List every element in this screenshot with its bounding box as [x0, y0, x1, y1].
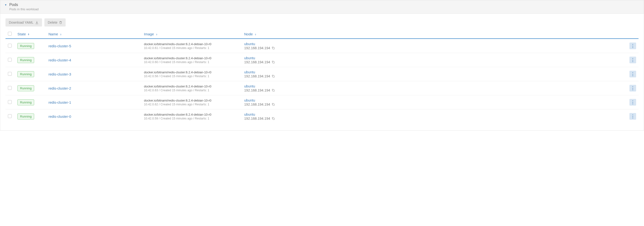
svg-rect-0 [273, 48, 274, 49]
pod-image: docker.io/bitnami/redis-cluster:6.2.4-de… [144, 56, 240, 60]
copy-icon[interactable] [272, 46, 275, 50]
sort-icon: ▲▼ [28, 34, 30, 36]
svg-rect-3 [273, 90, 274, 92]
row-checkbox[interactable] [8, 44, 12, 48]
download-yaml-label: Download YAML [9, 21, 34, 24]
table-row: Running redis-cluster-2 docker.io/bitnam… [6, 81, 638, 95]
state-badge: Running [18, 99, 34, 105]
row-checkbox[interactable] [8, 100, 12, 104]
delete-button[interactable]: Delete [44, 19, 66, 27]
pod-meta: 10.42.0.63 / Created 15 minutes ago / Re… [144, 89, 240, 92]
pod-image: docker.io/bitnami/redis-cluster:6.2.4-de… [144, 99, 240, 102]
row-actions-menu[interactable]: ⋮ [630, 85, 636, 92]
column-header-image[interactable]: Image ▲▼ [142, 30, 242, 39]
node-ip: 192.168.194.194 [244, 46, 270, 50]
toolbar: Download YAML Delete [6, 19, 638, 27]
pod-image: docker.io/bitnami/redis-cluster:6.2.4-de… [144, 85, 240, 88]
node-ip: 192.168.194.194 [244, 60, 270, 64]
node-name-link[interactable]: ubuntu [244, 56, 255, 60]
pod-image: docker.io/bitnami/redis-cluster:6.2.4-de… [144, 71, 240, 74]
pod-name-link[interactable]: redis-cluster-1 [48, 100, 71, 104]
row-actions-menu[interactable]: ⋮ [630, 71, 636, 77]
svg-rect-5 [273, 118, 274, 120]
pod-name-link[interactable]: redis-cluster-4 [48, 58, 71, 62]
pod-meta: 10.42.0.58 / Created 15 minutes ago / Re… [144, 75, 240, 78]
row-actions-menu[interactable]: ⋮ [630, 57, 636, 63]
column-header-name[interactable]: Name ▲▼ [46, 30, 142, 39]
row-checkbox[interactable] [8, 58, 12, 62]
node-ip: 192.168.194.194 [244, 117, 270, 120]
download-icon [35, 21, 39, 24]
copy-icon[interactable] [272, 89, 275, 92]
table-row: Running redis-cluster-1 docker.io/bitnam… [6, 95, 638, 109]
row-actions-menu[interactable]: ⋮ [630, 99, 636, 106]
node-ip: 192.168.194.194 [244, 103, 270, 106]
row-checkbox[interactable] [8, 114, 12, 118]
pod-meta: 10.42.0.61 / Created 15 minutes ago / Re… [144, 46, 240, 50]
row-actions-menu[interactable]: ⋮ [630, 43, 636, 49]
panel-body: Download YAML Delete State [0, 14, 644, 130]
pods-table: State ▲▼ Name ▲▼ Image ▲▼ Node ▲▼ [6, 30, 638, 123]
state-badge: Running [18, 57, 34, 63]
svg-rect-1 [273, 62, 274, 63]
svg-rect-2 [273, 76, 274, 77]
table-row: Running redis-cluster-5 docker.io/bitnam… [6, 39, 638, 53]
table-row: Running redis-cluster-4 docker.io/bitnam… [6, 53, 638, 67]
pod-name-link[interactable]: redis-cluster-2 [48, 86, 71, 90]
panel-subtitle: Pods in this workload [9, 8, 39, 11]
state-badge: Running [18, 71, 34, 77]
table-row: Running redis-cluster-3 docker.io/bitnam… [6, 67, 638, 81]
pod-image: docker.io/bitnami/redis-cluster:6.2.4-de… [144, 42, 240, 46]
svg-rect-4 [273, 104, 274, 106]
node-name-link[interactable]: ubuntu [244, 98, 255, 102]
state-badge: Running [18, 113, 34, 119]
state-badge: Running [18, 43, 34, 49]
sort-icon: ▲▼ [156, 34, 158, 36]
download-yaml-button[interactable]: Download YAML [6, 19, 42, 27]
panel-header: ▼ Pods Pods in this workload [0, 0, 644, 14]
node-ip: 192.168.194.194 [244, 88, 270, 92]
pod-image: docker.io/bitnami/redis-cluster:6.2.4-de… [144, 113, 240, 116]
row-checkbox[interactable] [8, 86, 12, 90]
pod-meta: 10.42.0.60 / Created 15 minutes ago / Re… [144, 61, 240, 64]
pod-name-link[interactable]: redis-cluster-0 [48, 114, 71, 118]
pod-name-link[interactable]: redis-cluster-5 [48, 44, 71, 48]
copy-icon[interactable] [272, 61, 275, 64]
panel-title: Pods [9, 3, 39, 7]
table-row: Running redis-cluster-0 docker.io/bitnam… [6, 109, 638, 124]
state-badge: Running [18, 85, 34, 91]
pod-name-link[interactable]: redis-cluster-3 [48, 72, 71, 76]
trash-icon [59, 21, 62, 24]
node-ip: 192.168.194.194 [244, 74, 270, 78]
sort-icon: ▲▼ [60, 34, 62, 36]
pod-meta: 10.42.0.62 / Created 15 minutes ago / Re… [144, 103, 240, 106]
node-name-link[interactable]: ubuntu [244, 84, 255, 88]
row-checkbox[interactable] [8, 72, 12, 76]
copy-icon[interactable] [272, 75, 275, 78]
pods-panel: ▼ Pods Pods in this workload Download YA… [0, 0, 644, 131]
column-header-state[interactable]: State ▲▼ [15, 30, 46, 39]
node-name-link[interactable]: ubuntu [244, 112, 255, 116]
sort-icon: ▲▼ [254, 34, 256, 36]
copy-icon[interactable] [272, 103, 275, 106]
row-actions-menu[interactable]: ⋮ [630, 113, 636, 120]
node-name-link[interactable]: ubuntu [244, 42, 255, 46]
collapse-toggle-icon[interactable]: ▼ [4, 4, 7, 6]
node-name-link[interactable]: ubuntu [244, 70, 255, 74]
pod-meta: 10.42.0.59 / Created 15 minutes ago / Re… [144, 117, 240, 120]
column-header-node[interactable]: Node ▲▼ [242, 30, 624, 39]
delete-label: Delete [48, 21, 57, 24]
select-all-checkbox[interactable] [8, 32, 12, 36]
copy-icon[interactable] [272, 117, 275, 120]
